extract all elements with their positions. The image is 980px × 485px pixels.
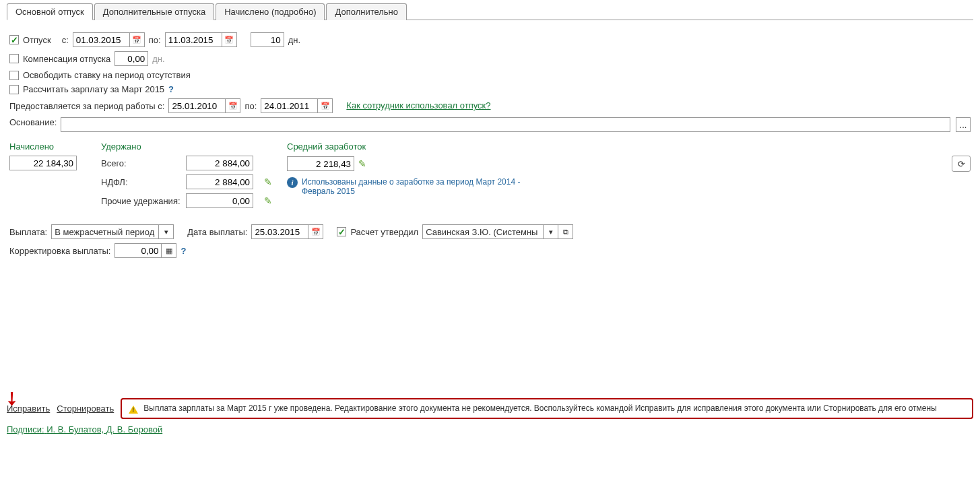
- release-rate-checkbox[interactable]: [9, 71, 19, 80]
- tab-extra[interactable]: Дополнительно: [326, 3, 407, 20]
- pencil-icon[interactable]: ✎: [358, 158, 366, 169]
- deducted-total-label: Всего:: [101, 158, 182, 168]
- vacation-to-label: по:: [149, 35, 161, 45]
- tab-accrued[interactable]: Начислено (подробно): [216, 3, 325, 20]
- warning-text: Выплата зарплаты за Март 2015 г уже пров…: [143, 403, 937, 413]
- payment-label: Выплата:: [9, 227, 47, 237]
- calendar-icon[interactable]: 📅: [318, 98, 333, 113]
- approved-label: Расчет утвердил: [350, 227, 418, 237]
- release-rate-label: Освободить ставку на период отсутствия: [23, 70, 191, 80]
- info-icon: i: [287, 177, 298, 188]
- deducted-total-input[interactable]: [186, 156, 253, 170]
- warning-box: Выплата зарплаты за Март 2015 г уже пров…: [121, 398, 973, 419]
- correction-input[interactable]: [115, 243, 162, 258]
- tab-bar: Основной отпуск Дополнительные отпуска Н…: [7, 3, 973, 20]
- dropdown-icon[interactable]: ▾: [544, 224, 558, 239]
- vacation-checkbox[interactable]: [9, 35, 19, 44]
- dropdown-icon[interactable]: ▾: [159, 224, 174, 239]
- approved-checkbox[interactable]: [337, 227, 346, 236]
- other-deductions-input[interactable]: [186, 193, 253, 208]
- deducted-title: Удержано: [101, 141, 283, 152]
- vacation-usage-link[interactable]: Как сотрудник использовал отпуск?: [346, 100, 490, 111]
- calc-salary-checkbox[interactable]: [9, 85, 19, 94]
- help-icon[interactable]: ?: [168, 84, 174, 94]
- refresh-button[interactable]: ⟳: [952, 156, 971, 172]
- correction-label: Корректировка выплаты:: [9, 246, 110, 256]
- calendar-icon[interactable]: 📅: [130, 32, 145, 47]
- vacation-to-input[interactable]: [165, 32, 222, 47]
- calc-salary-label: Рассчитать зарплату за Март 2015: [23, 84, 164, 94]
- avg-earnings-input[interactable]: [287, 156, 354, 171]
- compensation-suffix: дн.: [152, 54, 164, 64]
- compensation-input[interactable]: [115, 51, 148, 66]
- payment-date-input[interactable]: [251, 224, 308, 239]
- pencil-icon[interactable]: ✎: [264, 176, 277, 187]
- calendar-icon[interactable]: 📅: [308, 224, 323, 239]
- work-period-from-input[interactable]: [168, 98, 226, 113]
- footer: ➘ Исправить Сторнировать Выплата зарплат…: [7, 398, 973, 434]
- warning-icon: [129, 406, 138, 414]
- main-content: Отпуск с: 📅 по: 📅 дн. Компенсация отпуск…: [7, 20, 973, 270]
- signatures-label[interactable]: Подписи: И. В. Булатов, Д. В. Боровой: [7, 424, 162, 434]
- tab-additional[interactable]: Дополнительные отпуска: [94, 3, 215, 20]
- avg-earnings-info: Использованы данные о заработке за перио…: [302, 177, 531, 196]
- basis-select-button[interactable]: ...: [956, 117, 971, 132]
- vacation-label: Отпуск: [23, 35, 51, 45]
- work-period-label: Предоставляется за период работы с:: [9, 101, 164, 111]
- reverse-link[interactable]: Сторнировать: [57, 403, 114, 414]
- calendar-icon[interactable]: 📅: [226, 98, 240, 113]
- basis-label: Основание:: [9, 117, 57, 132]
- ndfl-input[interactable]: [186, 174, 253, 189]
- vacation-from-label: с:: [62, 35, 69, 45]
- vacation-days-input[interactable]: [251, 32, 284, 47]
- avg-earnings-title: Средний заработок: [287, 141, 971, 152]
- approver-select[interactable]: Савинская З.Ю. (Системны: [422, 224, 544, 239]
- vacation-days-suffix: дн.: [288, 35, 300, 45]
- table-icon[interactable]: ▦: [162, 243, 176, 258]
- other-deductions-label: Прочие удержания:: [101, 196, 182, 206]
- accrued-value[interactable]: [9, 156, 77, 170]
- compensation-label: Компенсация отпуска: [23, 54, 110, 64]
- pencil-icon[interactable]: ✎: [264, 195, 277, 206]
- basis-input[interactable]: [61, 117, 950, 132]
- calendar-icon[interactable]: 📅: [222, 32, 237, 47]
- popup-icon[interactable]: ⧉: [558, 224, 573, 239]
- ndfl-label: НДФЛ:: [101, 177, 182, 187]
- accrued-title: Начислено: [9, 141, 97, 152]
- work-period-to-label: по:: [244, 101, 257, 111]
- payment-date-label: Дата выплаты:: [187, 227, 247, 237]
- compensation-checkbox[interactable]: [9, 54, 19, 63]
- tab-main[interactable]: Основной отпуск: [7, 3, 93, 20]
- work-period-to-input[interactable]: [261, 98, 318, 113]
- vacation-from-input[interactable]: [73, 32, 130, 47]
- payment-select[interactable]: В межрасчетный период: [51, 224, 159, 239]
- help-icon[interactable]: ?: [181, 246, 186, 256]
